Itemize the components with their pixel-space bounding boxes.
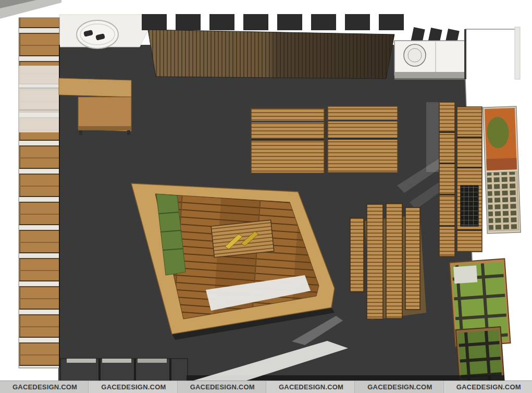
watermark-segment: GACEDESIGN.COM <box>443 381 532 393</box>
watermark-text: GACEDESIGN.COM <box>456 383 521 391</box>
slatted-table-group-right <box>328 106 398 173</box>
left-shelving-unit <box>19 18 60 368</box>
watermark-text: GACEDESIGN.COM <box>101 383 166 391</box>
slatted-table-group-left <box>251 108 324 173</box>
watermark-text: GACEDESIGN.COM <box>279 383 343 391</box>
right-wall-shelving <box>439 102 482 256</box>
watermark-segment: GACEDESIGN.COM <box>266 381 354 393</box>
shelf-grid-insert <box>461 186 478 226</box>
ac-unit <box>394 41 465 80</box>
watermark-segment: GACEDESIGN.COM <box>0 381 88 393</box>
watermark-segment: GACEDESIGN.COM <box>177 381 266 393</box>
watermark-bar: GACEDESIGN.COM GACEDESIGN.COM GACEDESIGN… <box>0 380 532 393</box>
watermark-text: GACEDESIGN.COM <box>367 383 432 391</box>
top-left-wall-corner <box>0 0 61 19</box>
watermark-segment: GACEDESIGN.COM <box>88 381 177 393</box>
watermark-text: GACEDESIGN.COM <box>13 383 77 391</box>
platform-display-table <box>211 220 274 257</box>
ceiling-light-fixture <box>77 20 118 48</box>
slatted-ceiling-panel <box>148 30 394 79</box>
interior-render <box>0 0 532 393</box>
watermark-segment: GACEDESIGN.COM <box>354 381 443 393</box>
wall-poster <box>483 106 521 234</box>
bottom-cabinets <box>60 359 188 383</box>
watermark-text: GACEDESIGN.COM <box>190 383 255 391</box>
render-viewport: GACEDESIGN.COM GACEDESIGN.COM GACEDESIGN… <box>0 0 532 393</box>
